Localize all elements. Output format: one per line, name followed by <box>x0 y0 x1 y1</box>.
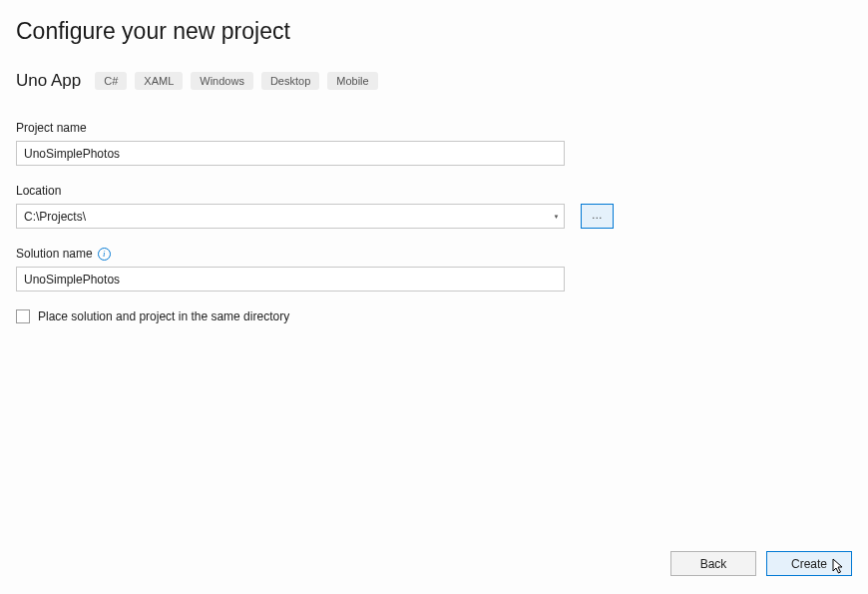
template-row: Uno App C# XAML Windows Desktop Mobile <box>16 71 852 91</box>
location-combo[interactable]: ▼ <box>16 204 565 229</box>
project-name-group: Project name <box>16 121 852 166</box>
solution-name-input[interactable] <box>16 267 565 292</box>
tag: Windows <box>191 72 253 90</box>
back-button[interactable]: Back <box>670 551 756 576</box>
template-tags: C# XAML Windows Desktop Mobile <box>95 72 377 90</box>
project-name-input[interactable] <box>16 141 565 166</box>
template-name: Uno App <box>16 71 81 91</box>
solution-name-group: Solution name i <box>16 247 852 292</box>
location-group: Location ▼ ... <box>16 184 852 229</box>
info-icon[interactable]: i <box>98 248 111 261</box>
same-directory-row: Place solution and project in the same d… <box>16 309 852 323</box>
location-input[interactable] <box>17 207 548 227</box>
solution-name-label-text: Solution name <box>16 247 93 261</box>
same-directory-label: Place solution and project in the same d… <box>38 309 289 323</box>
browse-button[interactable]: ... <box>581 204 614 229</box>
solution-name-label: Solution name i <box>16 247 852 261</box>
tag: C# <box>95 72 127 90</box>
project-name-label: Project name <box>16 121 852 135</box>
create-button[interactable]: Create <box>766 551 852 576</box>
tag: Desktop <box>261 72 319 90</box>
tag: Mobile <box>327 72 377 90</box>
location-label: Location <box>16 184 852 198</box>
chevron-down-icon[interactable]: ▼ <box>548 205 564 228</box>
same-directory-checkbox[interactable] <box>16 309 30 323</box>
footer: Back Create <box>670 551 852 576</box>
page-title: Configure your new project <box>16 18 852 45</box>
tag: XAML <box>135 72 183 90</box>
ellipsis-icon: ... <box>592 209 603 221</box>
